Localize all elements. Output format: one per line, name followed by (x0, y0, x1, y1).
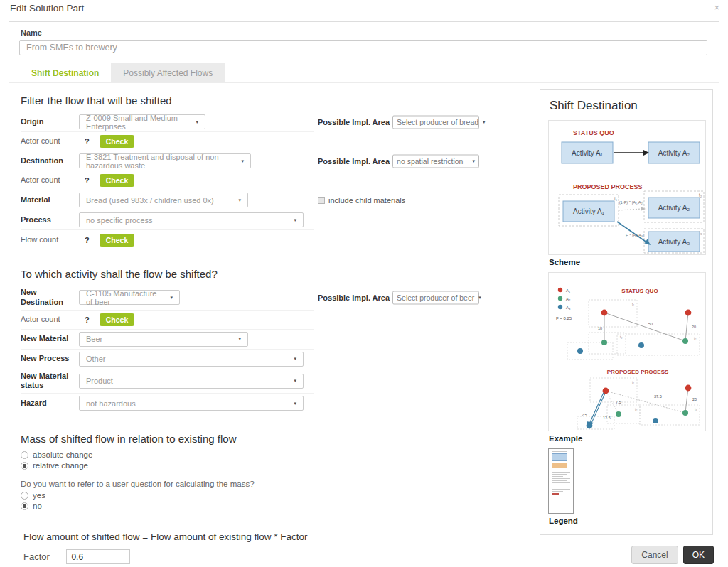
sq-boundary-t1 (589, 300, 637, 327)
pp-t1-label: t₁ (632, 380, 634, 384)
help-icon: ? (85, 137, 90, 146)
material-select[interactable]: Bread (used 983x / children used 0x) ▾ (79, 193, 248, 207)
caret-down-icon: ▾ (238, 198, 241, 203)
new-material-status-select[interactable]: Product ▾ (79, 374, 304, 389)
check-flow-count-button[interactable]: Check (100, 234, 135, 247)
origin-impl-area-group: Possible Impl. Area Select producer of b… (318, 115, 479, 129)
dialog-card: Name Shift Destination Possibly Affected… (9, 21, 719, 541)
new-material-select[interactable]: Beer ▾ (79, 332, 248, 347)
legend-thumb-red-mark (552, 493, 559, 495)
example-diagram: A₁ A₂ A₃ F = 0.25 STATUS QUO t₁ t₂ t (548, 272, 706, 431)
check-actor-count-button-1[interactable]: Check (100, 135, 135, 148)
sq-t1-label: t₁ (632, 302, 634, 306)
activity-a1-label: Activity A₁ (572, 149, 604, 157)
sq-dot-a3-right (638, 342, 644, 348)
factor-row: Factor = (23, 549, 537, 564)
pp-edge-3 (685, 388, 688, 412)
include-child-materials-checkbox[interactable] (318, 197, 325, 204)
scheme-proposed-title: PROPOSED PROCESS (573, 183, 643, 190)
scheme-diagram: STATUS QUO Activity A₁ Activity A₂ PROPO… (548, 120, 706, 255)
new-material-label: New Material (21, 334, 79, 344)
sq-edge-3-value: 20 (692, 325, 696, 329)
section-heading-filter: Filter the flow that will be shifted (21, 94, 537, 107)
legend-dot-a1 (558, 288, 562, 292)
actor-count-row-2: Actor count ? Check (21, 171, 314, 190)
radio-absolute-change[interactable] (21, 451, 28, 459)
origin-select-value: Z-0009 Small and Medium Enterprises (86, 114, 190, 131)
cancel-button[interactable]: Cancel (631, 546, 678, 564)
hazard-select-value: not hazardous (86, 399, 136, 408)
arrowhead-icon (641, 207, 646, 211)
radio-row-relative-change: relative change (21, 461, 537, 470)
tab-possibly-affected-flows[interactable]: Possibly Affected Flows (111, 63, 225, 82)
caret-down-icon: ▾ (170, 295, 173, 301)
pp-dot-a2-right (682, 410, 688, 416)
caret-down-icon: ▾ (473, 158, 476, 164)
scheme-status-quo-title: STATUS QUO (573, 129, 614, 136)
actor-count-row-1: Actor count ? Check (21, 132, 314, 151)
flow-count-row: Flow count ? Check (21, 230, 314, 249)
legend-dot-a3 (558, 305, 562, 309)
help-icon: ? (85, 176, 90, 185)
origin-select[interactable]: Z-0009 Small and Medium Enterprises ▾ (79, 114, 205, 129)
caret-down-icon: ▾ (196, 119, 198, 125)
hazard-select[interactable]: not hazardous ▾ (79, 396, 304, 411)
pp-edge-2-value: 37.5 (654, 394, 662, 399)
new-destination-select[interactable]: C-1105 Manufacture of beer ▾ (79, 290, 180, 305)
name-input[interactable] (19, 40, 707, 55)
example-proposed-title: PROPOSED PROCESS (607, 369, 669, 375)
pp-boundary-t3 (640, 405, 700, 425)
origin-impl-area-select[interactable]: Select producer of bread ▾ (392, 115, 479, 129)
actor-count-label: Actor count (21, 136, 79, 146)
new-process-label: New Process (21, 354, 79, 364)
destination-select-value: E-3821 Treatment and disposal of non-haz… (86, 153, 235, 170)
process-select[interactable]: no specific process ▾ (79, 212, 304, 227)
radio-absolute-change-label: absolute change (33, 450, 92, 459)
new-process-select[interactable]: Other ▾ (79, 352, 304, 367)
radio-relative-change[interactable] (21, 462, 28, 470)
radio-yes[interactable] (21, 492, 28, 500)
new-destination-impl-area-select[interactable]: Select producer of beer ▾ (392, 291, 479, 304)
new-material-status-row: New Material status Product ▾ (21, 369, 314, 394)
caret-down-icon: ▾ (294, 401, 296, 406)
destination-select[interactable]: E-3821 Treatment and disposal of non-haz… (79, 153, 251, 168)
new-destination-impl-area-group: Possible Impl. Area Select producer of b… (318, 291, 479, 304)
pp-dot-a1-right (685, 385, 692, 392)
edge-a1-a2 (619, 209, 641, 210)
factor-input[interactable] (66, 549, 130, 564)
radio-row-absolute-change: absolute change (21, 450, 537, 459)
actor-count-label: Actor count (21, 315, 79, 325)
radio-no[interactable] (21, 502, 28, 510)
edge-a1-a3-label: F * |A₁;A₃| (626, 233, 644, 237)
scheme-caption: Scheme (549, 258, 705, 266)
sq-dot-a2-left (601, 340, 607, 345)
tab-shift-destination[interactable]: Shift Destination (19, 63, 111, 82)
ok-button[interactable]: OK (683, 546, 714, 564)
legend-thumbnail[interactable] (548, 448, 574, 514)
include-child-materials-label: include child materials (328, 196, 405, 205)
close-icon[interactable]: × (714, 2, 719, 13)
help-icon: ? (85, 315, 90, 324)
process-select-value: no specific process (86, 216, 153, 225)
sq-edge-3 (685, 313, 688, 341)
radio-relative-change-label: relative change (33, 461, 88, 470)
example-status-quo-title: STATUS QUO (621, 288, 658, 294)
new-material-row: New Material Beer ▾ (21, 330, 314, 350)
section-heading-shift: To which activity shall the flow be shif… (21, 268, 537, 280)
new-material-status-label: New Material status (21, 372, 79, 392)
check-actor-count-button-3[interactable]: Check (100, 313, 135, 326)
pp-edge-1-value: 7.5 (616, 400, 621, 404)
activity-a2-label-proposed: Activity A₂ (658, 204, 690, 212)
legend-a2-label: A₂ (566, 297, 571, 301)
help-icon: ? (85, 236, 90, 244)
new-destination-impl-area-label: Possible Impl. Area (318, 293, 390, 302)
caret-down-icon: ▾ (238, 336, 241, 342)
radio-row-no: no (21, 502, 537, 510)
check-actor-count-button-2[interactable]: Check (100, 174, 135, 187)
process-row: Process no specific process ▾ (21, 210, 314, 230)
legend-a3-label: A₃ (566, 306, 571, 310)
pp-t3-label: t₃ (695, 407, 697, 411)
new-destination-impl-area-value: Select producer of beer (397, 293, 474, 302)
legend-thumb-orange-box (552, 463, 567, 468)
destination-impl-area-select[interactable]: no spatial restriction ▾ (392, 154, 479, 168)
